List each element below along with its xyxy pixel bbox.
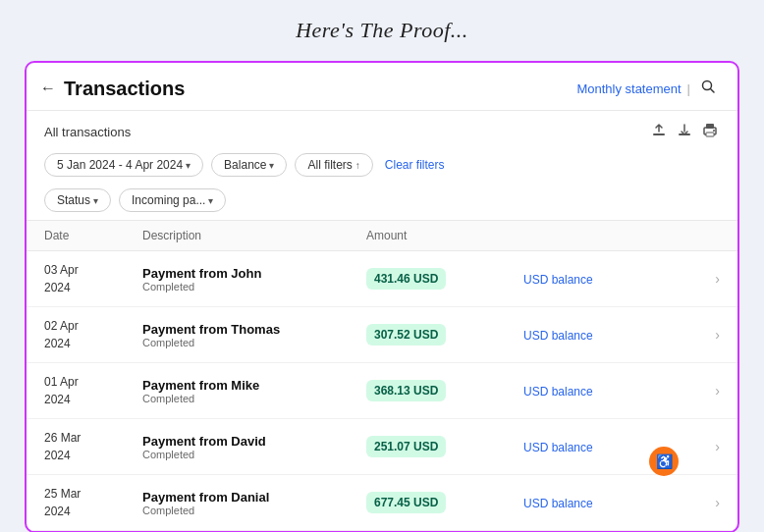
date-cell: 26 Mar 2024 (44, 429, 142, 464)
col-balance (523, 229, 681, 242)
balance-link[interactable]: USD balance (523, 441, 593, 454)
amount-badge: 307.52 USD (366, 324, 446, 346)
transactions-card: ← Transactions Monthly statement | All t… (25, 61, 739, 532)
incoming-filter[interactable]: Incoming pa... ▾ (119, 188, 226, 212)
table-row[interactable]: 25 Mar 2024 Payment from Danial Complete… (27, 475, 737, 531)
card-header: ← Transactions Monthly statement | (27, 63, 737, 111)
table-header: Date Description Amount (27, 220, 737, 251)
accessibility-icon: ♿ (656, 453, 673, 469)
col-arrow (681, 229, 720, 242)
date-line1: 26 Mar (44, 429, 142, 447)
balance-cell[interactable]: USD balance (523, 326, 681, 344)
filters-top: All transactions (27, 111, 737, 149)
amount-cell: 307.52 USD (366, 324, 523, 346)
svg-point-7 (713, 130, 715, 132)
export-down-button[interactable] (675, 121, 694, 143)
all-transactions-label: All transactions (44, 125, 131, 139)
balance-filter[interactable]: Balance ▾ (211, 153, 287, 177)
table-row[interactable]: 26 Mar 2024 Payment from David Completed… (27, 419, 737, 475)
table-row[interactable]: 02 Apr 2024 Payment from Thomas Complete… (27, 307, 737, 363)
amount-badge: 251.07 USD (366, 436, 446, 457)
amount-cell: 368.13 USD (366, 380, 523, 401)
all-filters-button[interactable]: All filters ↑ (295, 153, 372, 177)
amount-cell: 431.46 USD (366, 268, 523, 290)
balance-link[interactable]: USD balance (523, 329, 593, 343)
status-caret-icon: ▾ (93, 195, 98, 206)
desc-sub: Completed (142, 505, 366, 516)
date-range-label: 5 Jan 2024 - 4 Apr 2024 (57, 158, 183, 172)
header-divider: | (687, 81, 690, 96)
row-chevron-icon: › (681, 327, 720, 343)
print-button[interactable] (700, 121, 720, 143)
table-row[interactable]: 01 Apr 2024 Payment from Mike Completed … (27, 363, 737, 419)
page-title-label: Transactions (64, 78, 185, 100)
amount-cell: 677.45 USD (366, 492, 523, 513)
amount-badge: 677.45 USD (366, 492, 446, 513)
status-filter[interactable]: Status ▾ (44, 188, 111, 212)
amount-badge: 368.13 USD (366, 380, 446, 401)
desc-cell: Payment from Mike Completed (142, 378, 366, 404)
balance-link[interactable]: USD balance (523, 497, 593, 510)
svg-rect-2 (653, 133, 665, 135)
row-chevron-icon: › (681, 383, 720, 399)
incoming-label: Incoming pa... (132, 193, 205, 207)
balance-cell[interactable]: USD balance (523, 382, 681, 399)
desc-cell: Payment from Danial Completed (142, 490, 366, 516)
svg-rect-6 (706, 133, 714, 136)
transaction-list: 03 Apr 2024 Payment from John Completed … (27, 251, 737, 531)
desc-cell: Payment from John Completed (142, 266, 366, 293)
desc-main: Payment from Mike (142, 378, 366, 393)
date-line2: 2024 (44, 447, 142, 464)
export-up-button[interactable] (649, 121, 669, 143)
search-icon (700, 79, 716, 94)
filter-row-2: Status ▾ Incoming pa... ▾ (27, 185, 737, 220)
amount-cell: 251.07 USD (366, 436, 523, 457)
col-date: Date (44, 229, 142, 242)
page-title: Here's The Proof... (296, 18, 468, 43)
date-cell: 01 Apr 2024 (44, 373, 142, 408)
svg-line-1 (711, 89, 715, 93)
date-caret-icon: ▾ (186, 160, 191, 171)
row-chevron-icon: › (681, 495, 720, 510)
incoming-caret-icon: ▾ (208, 195, 213, 206)
all-filters-label: All filters (307, 158, 352, 172)
clear-filters-button[interactable]: Clear filters (381, 154, 449, 176)
balance-caret-icon: ▾ (269, 160, 274, 171)
date-line1: 03 Apr (44, 261, 142, 279)
header-left: ← Transactions (40, 78, 185, 100)
balance-link[interactable]: USD balance (523, 273, 593, 287)
row-chevron-icon: › (681, 439, 720, 454)
monthly-statement-link[interactable]: Monthly statement (576, 81, 681, 96)
desc-main: Payment from David (142, 434, 366, 449)
all-filters-caret-icon: ↑ (355, 160, 360, 171)
back-arrow-icon[interactable]: ← (40, 80, 56, 97)
date-range-filter[interactable]: 5 Jan 2024 - 4 Apr 2024 ▾ (44, 153, 203, 177)
date-line1: 02 Apr (44, 317, 142, 335)
balance-cell[interactable]: USD balance (523, 270, 681, 288)
accessibility-button[interactable]: ♿ (649, 447, 679, 476)
balance-link[interactable]: USD balance (523, 385, 593, 399)
col-description: Description (142, 229, 366, 242)
upload-icon (651, 123, 667, 138)
table-row[interactable]: 03 Apr 2024 Payment from John Completed … (27, 251, 737, 307)
date-cell: 02 Apr 2024 (44, 317, 142, 352)
row-chevron-icon: › (681, 271, 720, 287)
status-label: Status (57, 193, 90, 207)
desc-sub: Completed (142, 393, 366, 404)
date-line1: 01 Apr (44, 373, 142, 391)
date-line1: 25 Mar (44, 485, 142, 503)
date-line2: 2024 (44, 279, 142, 296)
desc-sub: Completed (142, 337, 366, 348)
desc-sub: Completed (142, 281, 366, 293)
download-icon (677, 123, 692, 138)
date-line2: 2024 (44, 503, 142, 520)
col-amount: Amount (366, 229, 523, 242)
desc-main: Payment from John (142, 266, 366, 281)
print-icon (702, 123, 718, 138)
balance-cell[interactable]: USD balance (523, 494, 681, 511)
amount-badge: 431.46 USD (366, 268, 446, 290)
desc-main: Payment from Danial (142, 490, 366, 505)
search-button[interactable] (696, 77, 720, 100)
desc-cell: Payment from David Completed (142, 434, 366, 460)
balance-label: Balance (224, 158, 266, 172)
